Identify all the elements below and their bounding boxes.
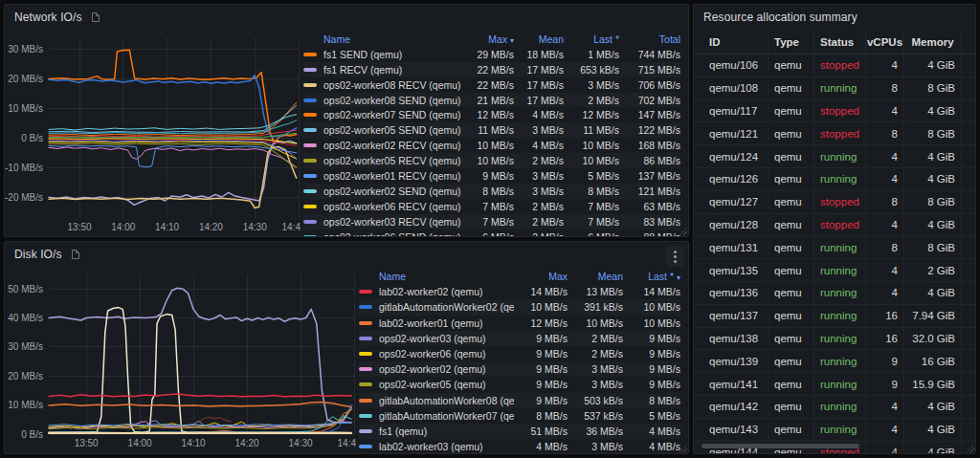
legend-column-header[interactable]: Last * [564, 33, 619, 45]
series-color-swatch[interactable] [359, 352, 372, 356]
series-color-swatch[interactable] [303, 189, 317, 193]
legend-column-header[interactable]: Mean [514, 33, 564, 45]
legend-row[interactable]: ops02-worker06 RECV (qemu)7 MB/s2 MB/s7 … [303, 199, 680, 214]
series-color-swatch[interactable] [303, 159, 317, 163]
legend-row[interactable]: ops02-worker02 RECV (qemu)10 MB/s4 MB/s1… [303, 138, 680, 153]
legend-row[interactable]: ops02-worker07 SEND (qemu)12 MB/s4 MB/s1… [303, 107, 680, 122]
series-color-swatch[interactable] [359, 337, 372, 340]
series-color-swatch[interactable] [359, 382, 372, 386]
legend-row[interactable]: ops02-worker08 SEND (qemu)21 MB/s17 MB/s… [303, 93, 680, 108]
series-color-swatch[interactable] [303, 205, 317, 208]
series-color-swatch[interactable] [303, 53, 317, 56]
legend-row[interactable]: ops02-worker03 RECV (qemu)7 MB/s2 MB/s7 … [303, 214, 680, 229]
legend-row[interactable]: fs1 RECV (qemu)22 MB/s17 MB/s653 kB/s715… [303, 62, 680, 77]
legend-row[interactable]: ops02-worker03 (qemu)9 MB/s2 MB/s9 MB/s [359, 331, 680, 346]
table-column-header[interactable]: Status [814, 30, 866, 54]
series-name[interactable]: gitlabAutomationWorker07 (qemu) [379, 410, 514, 422]
legend-column-header[interactable]: Total [619, 33, 680, 45]
series-name[interactable]: ops02-worker06 SEND (qemu) [323, 231, 461, 237]
series-name[interactable]: ops02-worker05 (qemu) [379, 379, 485, 390]
panel-description-icon[interactable] [70, 249, 81, 260]
series-name[interactable]: ops02-worker02 (qemu) [379, 363, 485, 375]
series-name[interactable]: ops02-worker08 SEND (qemu) [323, 95, 461, 106]
legend-column-header[interactable]: Max▾ [464, 33, 514, 45]
table-column-header[interactable]: ID [703, 30, 768, 54]
series-name[interactable]: lab02-worker01 (qemu) [379, 317, 483, 329]
series-color-swatch[interactable] [359, 414, 372, 418]
series-color-swatch[interactable] [303, 220, 317, 224]
horizontal-scrollbar[interactable] [702, 444, 859, 448]
legend-row[interactable]: ops02-worker05 RECV (qemu)10 MB/s2 MB/s1… [303, 153, 680, 168]
panel-title-disk[interactable]: Disk IO/s [14, 248, 62, 261]
series-color-swatch[interactable] [303, 235, 317, 237]
legend-row[interactable]: ops02-worker02 SEND (qemu)8 MB/s3 MB/s8 … [303, 184, 680, 199]
legend-row[interactable]: fs1 (qemu)51 MB/s36 MB/s4 MB/s [359, 424, 680, 439]
series-name[interactable]: ops02-worker08 RECV (qemu) [323, 79, 461, 91]
legend-row[interactable]: lab02-worker01 (qemu)12 MB/s10 MB/s10 MB… [359, 316, 680, 331]
series-name[interactable]: ops02-worker02 SEND (qemu) [323, 185, 461, 197]
legend-row[interactable]: gitlabAutomationWorker07 (qemu)8 MB/s537… [359, 408, 680, 424]
panel-resize-handle[interactable] [679, 445, 687, 452]
series-name[interactable]: lab02-worker02 (qemu) [379, 286, 483, 297]
series-color-swatch[interactable] [359, 367, 372, 371]
series-name[interactable]: fs1 RECV (qemu) [323, 64, 402, 76]
series-name[interactable]: ops02-worker06 RECV (qemu) [323, 201, 461, 212]
legend-row[interactable]: ops02-worker06 (qemu)9 MB/s2 MB/s9 MB/s [359, 346, 680, 361]
legend-row[interactable]: lab02-worker03 (qemu)4 MB/s3 MB/s4 MB/s [359, 439, 680, 454]
series-color-swatch[interactable] [303, 83, 317, 87]
series-name[interactable]: gitlabAutomationWorker08 (qemu) [379, 395, 514, 406]
legend-column-header[interactable]: Name [303, 33, 464, 45]
legend-row[interactable]: ops02-worker01 RECV (qemu)9 MB/s3 MB/s5 … [303, 168, 680, 184]
series-name[interactable]: ops02-worker05 SEND (qemu) [323, 124, 461, 136]
series-name[interactable]: fs1 (qemu) [379, 425, 427, 437]
legend-column-header[interactable]: Last *▾ [623, 271, 680, 282]
panel-resize-handle[interactable] [967, 445, 974, 452]
series-color-swatch[interactable] [359, 399, 372, 403]
series-color-swatch[interactable] [359, 321, 372, 325]
legend-row[interactable]: lab02-worker02 (qemu)14 MB/s13 MB/s14 MB… [359, 284, 680, 299]
panel-description-icon[interactable] [90, 11, 101, 23]
series-color-swatch[interactable] [359, 429, 372, 433]
series-name[interactable]: lab02-worker03 (qemu) [379, 441, 483, 452]
disk-io-chart[interactable]: 13:5014:0014:1014:2014:3014:450 MB/s40 M… [5, 267, 357, 450]
series-name[interactable]: ops02-worker02 RECV (qemu) [323, 140, 461, 151]
legend-row[interactable]: ops02-worker05 (qemu)9 MB/s3 MB/s9 MB/s [359, 377, 680, 392]
network-io-chart[interactable]: 13:5014:0014:1014:2014:3014:430 MB/s20 M… [5, 30, 301, 234]
series-color-swatch[interactable] [303, 174, 317, 178]
series-color-swatch[interactable] [359, 445, 372, 448]
series-color-swatch[interactable] [303, 98, 317, 102]
series-name[interactable]: ops02-worker05 RECV (qemu) [323, 155, 461, 166]
legend-row[interactable]: ops02-worker05 SEND (qemu)11 MB/s3 MB/s1… [303, 122, 680, 138]
series-name[interactable]: ops02-worker01 RECV (qemu) [323, 170, 461, 182]
series-color-swatch[interactable] [359, 305, 372, 309]
series-name[interactable]: ops02-worker03 (qemu) [379, 333, 485, 344]
series-color-swatch[interactable] [303, 68, 317, 72]
series-color-swatch[interactable] [303, 128, 317, 132]
legend-row[interactable]: ops02-worker08 RECV (qemu)22 MB/s17 MB/s… [303, 77, 680, 93]
table-column-header[interactable]: vCPUs [866, 30, 904, 54]
panel-resize-handle[interactable] [679, 228, 687, 235]
series-name[interactable]: ops02-worker06 (qemu) [379, 348, 485, 360]
series-color-swatch[interactable] [303, 113, 317, 117]
legend-row[interactable]: gitlabAutomationWorker08 (qemu)9 MB/s503… [359, 393, 680, 408]
series-color-swatch[interactable] [303, 143, 317, 147]
table-cell: qemu/136 [703, 282, 768, 304]
legend-row[interactable]: ops02-worker02 (qemu)9 MB/s3 MB/s9 MB/s [359, 361, 680, 377]
legend-value: 17 MB/s [514, 64, 564, 76]
series-name[interactable]: ops02-worker07 SEND (qemu) [323, 109, 461, 120]
series-name[interactable]: fs1 SEND (qemu) [323, 49, 402, 60]
table-column-header[interactable]: Type [768, 30, 814, 54]
series-color-swatch[interactable] [359, 290, 372, 294]
legend-column-header[interactable]: Mean [568, 271, 623, 282]
panel-title-resource[interactable]: Resource allocation summary [703, 11, 858, 24]
legend-column-header[interactable]: Name [359, 271, 514, 282]
series-name[interactable]: ops02-worker03 RECV (qemu) [323, 216, 461, 228]
table-column-header[interactable]: Memory [904, 30, 962, 54]
series-name[interactable]: gitlabAutomationWorker02 (qemu) [379, 301, 514, 313]
legend-row[interactable]: gitlabAutomationWorker02 (qemu)10 MB/s39… [359, 299, 680, 315]
legend-row[interactable]: fs1 SEND (qemu)29 MB/s18 MB/s1 MB/s744 M… [303, 47, 680, 62]
panel-menu-icon[interactable] [666, 246, 683, 267]
panel-title-network[interactable]: Network IO/s [14, 11, 82, 24]
legend-row[interactable]: ops02-worker06 SEND (qemu)6 MB/s2 MB/s6 … [303, 229, 680, 237]
legend-column-header[interactable]: Max [514, 271, 568, 282]
